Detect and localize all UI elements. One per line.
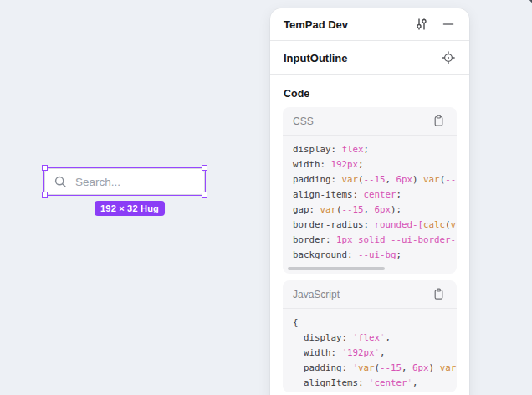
code-line: display: flex;: [293, 142, 457, 157]
size-badge: 192 × 32 Hug: [95, 201, 165, 216]
figma-canvas[interactable]: Search... 192 × 32 Hug TemPad Dev: [0, 0, 532, 395]
code-line: padding: 'var(--15, 6px) var: [293, 361, 457, 376]
tempad-dev-panel: TemPad Dev InputOutline: [270, 8, 469, 395]
search-input[interactable]: Search...: [44, 168, 205, 195]
search-icon: [54, 175, 68, 189]
selection-handle-nw[interactable]: [42, 165, 48, 171]
css-code-block: CSS display: flex;width: 192px;padding: …: [283, 107, 457, 274]
code-line: gap: var(--15, 6px);: [293, 203, 457, 218]
css-hscrollbar: [283, 264, 457, 274]
code-line: background: --ui-bg;: [293, 248, 457, 263]
code-line: border: 1px solid --ui-border-: [293, 233, 457, 248]
code-line: align-items: center;: [293, 187, 457, 203]
selection-handle-se[interactable]: [202, 192, 207, 198]
clipboard-icon: [432, 288, 445, 300]
code-line: width: '192px',: [293, 346, 457, 361]
code-line: display: 'flex',: [293, 331, 457, 346]
selection-handle-ne[interactable]: [202, 165, 207, 171]
clipboard-icon: [432, 115, 445, 127]
crosshair-icon: [442, 51, 455, 64]
js-block-label: JavaScript: [293, 289, 430, 300]
copy-js-button[interactable]: [430, 286, 447, 303]
minimize-button[interactable]: [440, 16, 457, 33]
preferences-button[interactable]: [413, 16, 430, 33]
sliders-icon: [415, 18, 428, 31]
css-block-label: CSS: [293, 115, 430, 127]
css-code[interactable]: display: flex;width: 192px;padding: var(…: [283, 136, 457, 264]
code-line: {: [293, 315, 457, 331]
minus-icon: [442, 18, 454, 30]
code-line: padding: var(--15, 6px) var(--: [293, 172, 457, 187]
selection-handle-sw[interactable]: [42, 192, 48, 198]
code-line: width: 192px;: [293, 157, 457, 172]
panel-title: TemPad Dev: [284, 18, 403, 31]
css-hscrollbar-thumb[interactable]: [288, 267, 385, 270]
code-line: border-radius: rounded-[calc(v: [293, 218, 457, 233]
code-section-label: Code: [270, 75, 469, 107]
js-code-block: JavaScript { display: 'flex', width: '19…: [283, 280, 457, 392]
panel-header: TemPad Dev: [270, 8, 469, 41]
js-code[interactable]: { display: 'flex', width: '192px', paddi…: [283, 309, 457, 392]
search-placeholder: Search...: [75, 176, 120, 188]
js-block-header: JavaScript: [283, 280, 457, 309]
css-block-header: CSS: [283, 107, 457, 136]
component-row: InputOutline: [270, 41, 469, 75]
copy-css-button[interactable]: [430, 113, 447, 130]
component-name: InputOutline: [284, 52, 440, 64]
code-line: alignItems: 'center',: [293, 376, 457, 391]
locate-button[interactable]: [440, 49, 457, 66]
cursor-artifact: [529, 0, 532, 3]
